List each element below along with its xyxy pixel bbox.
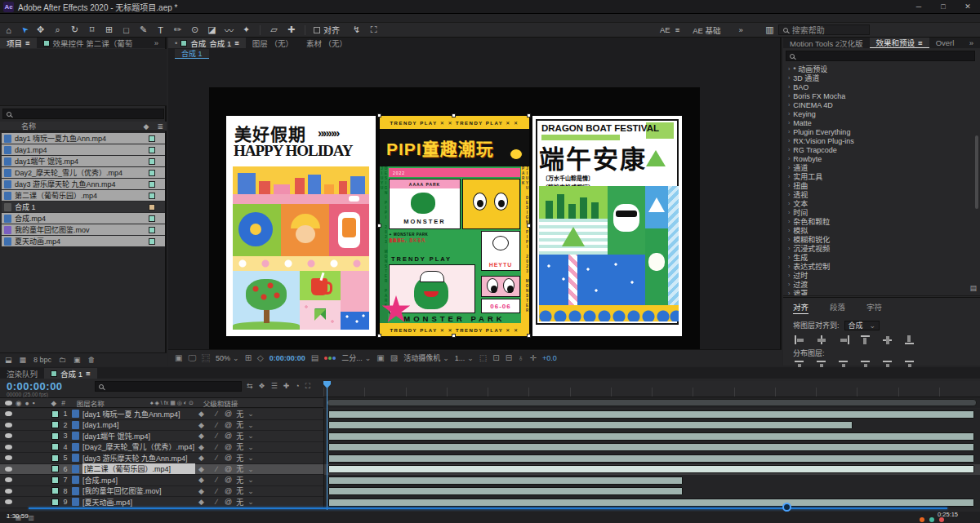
selection-handle[interactable] — [452, 113, 456, 117]
label-color-chip[interactable] — [149, 181, 155, 188]
transparency-grid-icon[interactable]: ▨ — [390, 353, 398, 362]
orbit-camera-tool-icon[interactable]: ↻ — [66, 24, 83, 35]
layer-switches[interactable]: ◆ ∕ — [195, 487, 225, 495]
effect-group[interactable]: › 过渡 — [783, 280, 980, 289]
pickwhip-icon[interactable]: @ — [225, 465, 232, 473]
expand-chevron-icon[interactable]: › — [788, 111, 790, 117]
panel-options-icon[interactable]: ▤ — [969, 284, 977, 292]
effect-group[interactable]: › 遮罩 — [783, 289, 980, 296]
layer-duration-bar[interactable] — [328, 410, 974, 419]
snapshot-icon[interactable]: ▤ — [311, 353, 318, 362]
align-right-icon[interactable] — [839, 335, 849, 344]
work-area-bar[interactable] — [327, 399, 977, 406]
pickwhip-icon[interactable]: @ — [225, 476, 232, 484]
pan-camera-tool-icon[interactable]: ⌑ — [83, 24, 100, 35]
label-color-chip[interactable] — [149, 170, 155, 176]
layer-row[interactable]: 3 [day1端午 馄饨.mp4] ◆ ∕ @ 无 ⌄ — [0, 431, 980, 442]
tab-overflow-icon[interactable]: » — [963, 38, 980, 48]
layer-track[interactable] — [323, 442, 980, 454]
selection-handle[interactable] — [527, 113, 531, 117]
layer-row[interactable]: 6 [第二课（葡萄乐园）.mp4] ◆ ∕ @ 无 ⌄ — [0, 464, 980, 476]
label-color-chip[interactable] — [149, 147, 155, 153]
number-column-icon[interactable]: # — [61, 399, 65, 407]
poster-happy-holiday[interactable]: 美好假期 »»»» HAPPY HOLIDAY — [226, 116, 376, 336]
project-item[interactable]: day1端午 馄饨.mp4 — [2, 156, 165, 166]
tab-overlay[interactable]: Overl — [929, 38, 961, 48]
exposure-value[interactable]: +0.0 — [542, 354, 557, 362]
label-color-chip[interactable] — [149, 227, 155, 233]
mask-visibility-icon[interactable]: ◇ — [257, 353, 264, 362]
expand-chevron-icon[interactable]: › — [788, 219, 790, 224]
motion-blur-icon[interactable]: ◔ — [295, 382, 299, 391]
expand-chevron-icon[interactable]: › — [788, 75, 790, 81]
layer-duration-bar[interactable] — [328, 443, 974, 451]
draft-3d-icon[interactable]: ❖ — [259, 382, 265, 391]
panel-menu-icon[interactable]: ≡ — [86, 369, 91, 378]
layer-visibility-eye-icon[interactable] — [5, 433, 12, 438]
primary-viewer-icon[interactable]: 🖵 — [188, 353, 196, 363]
panel-menu-icon[interactable]: ≡ — [234, 38, 239, 47]
hand-tool-icon[interactable]: ✥ — [32, 24, 49, 35]
expand-chevron-icon[interactable]: › — [788, 120, 790, 126]
expand-chevron-icon[interactable]: › — [788, 174, 790, 180]
expand-chevron-icon[interactable]: › — [788, 102, 790, 108]
label-color-chip[interactable] — [149, 215, 155, 222]
expand-chevron-icon[interactable]: › — [788, 165, 790, 171]
share-icon[interactable]: ⿴ — [202, 352, 210, 364]
align-center-horizontal-icon[interactable] — [817, 335, 827, 344]
clone-stamp-tool-icon[interactable]: ⊙ — [186, 24, 203, 35]
timeline-search-field[interactable] — [95, 381, 242, 392]
label-color-chip[interactable] — [149, 204, 155, 211]
layer-label-color-chip[interactable] — [51, 432, 59, 440]
workspace-tab[interactable]: AE 基础 — [693, 24, 720, 36]
layer-duration-bar[interactable] — [328, 421, 853, 429]
effect-group[interactable]: › 3D 通道 — [783, 73, 980, 82]
expand-chevron-icon[interactable]: › — [788, 147, 790, 153]
layer-track[interactable] — [323, 409, 980, 420]
composition-sub-tab[interactable]: 合成 1 — [175, 49, 209, 59]
layer-track[interactable] — [323, 431, 980, 442]
tab-character[interactable]: 字符 — [866, 301, 882, 314]
layer-switches[interactable]: ◆ ∕ — [195, 454, 225, 462]
layer-switches[interactable]: ◆ ∕ — [195, 432, 225, 440]
playhead-line[interactable] — [327, 381, 327, 510]
pickwhip-icon[interactable]: @ — [225, 454, 232, 462]
expand-chevron-icon[interactable]: › — [788, 246, 790, 251]
poster-pipi-trendy-play[interactable]: TRENDY PLAY ✕ ✕ TRENDY PLAY ✕ ✕ PIPI童趣潮玩… — [380, 116, 529, 336]
name-column-header[interactable]: 名称 — [21, 121, 36, 131]
expand-chevron-icon[interactable]: › — [788, 228, 790, 233]
expand-chevron-icon[interactable]: › — [788, 84, 790, 90]
av-columns-icons[interactable]: ◉●▪ — [16, 399, 38, 407]
fast-previews-icon[interactable]: ⊡ — [492, 353, 499, 362]
label-color-chip[interactable] — [149, 135, 155, 142]
layer-visibility-eye-icon[interactable] — [5, 489, 12, 494]
project-item[interactable]: day1 嗨玩一夏九鱼Ann.mp4 — [2, 133, 165, 144]
layer-visibility-eye-icon[interactable] — [5, 411, 12, 416]
tab-project[interactable]: 项目 ≡ — [0, 38, 37, 48]
always-preview-icon[interactable]: ▣ — [175, 353, 182, 362]
snap-toggle[interactable]: 对齐 — [314, 24, 340, 36]
selection-handle[interactable] — [527, 224, 531, 228]
align-to-dropdown[interactable]: 合成 ⌄ — [844, 321, 880, 330]
layer-switches[interactable]: ◆ ∕ — [195, 476, 225, 484]
project-item[interactable]: 我的童年回忆图鉴.mov — [2, 224, 165, 235]
collapse-icon[interactable]: ▦ — [20, 356, 27, 364]
layer-label-color-chip[interactable] — [51, 487, 59, 494]
video-column-icon[interactable] — [5, 401, 12, 406]
switches-column-icons[interactable]: ♠ ◈ \ fx ▦ ◎ ◐ ⊙ — [150, 400, 194, 406]
expand-chevron-icon[interactable]: › — [788, 192, 790, 197]
layer-parent-dropdown[interactable]: @ 无 ⌄ — [225, 453, 290, 463]
effect-group[interactable]: › RX:Vision Plug-ins — [783, 136, 980, 145]
layer-duration-bar[interactable] — [328, 476, 683, 485]
close-button[interactable]: ✕ — [956, 0, 980, 14]
current-time-display[interactable]: 0:00:00:00 — [270, 354, 305, 362]
workspace-menu-icon[interactable]: ≡ — [675, 25, 680, 34]
layer-duration-bar[interactable] — [328, 487, 683, 495]
layer-parent-dropdown[interactable]: @ 无 ⌄ — [225, 441, 290, 452]
effect-group[interactable]: › 杂色和颗粒 — [783, 217, 980, 226]
project-item[interactable]: Day2_摩天轮_雪儿（优秀）.mp4 — [2, 167, 165, 178]
new-folder-icon[interactable]: 🗀 — [59, 356, 66, 364]
layer-label-color-chip[interactable] — [51, 443, 59, 450]
layer-row[interactable]: 1 [day1 嗨玩一夏 九鱼Ann.mp4] ◆ ∕ @ 无 ⌄ — [0, 409, 980, 420]
tab-close-icon[interactable]: • — [175, 38, 177, 47]
